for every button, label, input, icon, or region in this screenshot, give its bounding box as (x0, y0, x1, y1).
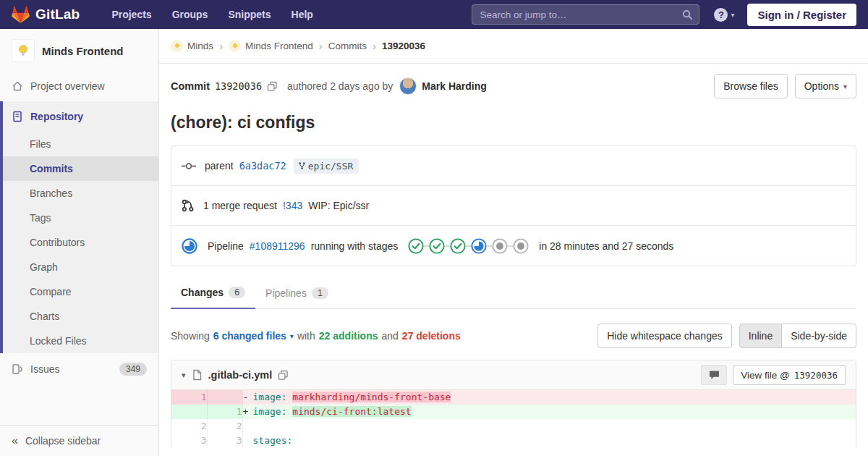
project-name: Minds Frontend (42, 45, 124, 57)
search-input[interactable] (480, 9, 682, 20)
tab-pipelines[interactable]: Pipelines 1 (255, 279, 339, 308)
gitlab-logo[interactable]: GitLab (12, 6, 80, 24)
merge-request-link[interactable]: !343 (283, 200, 302, 211)
lightbulb-avatar-icon (16, 43, 30, 58)
nav-item-snippets[interactable]: Snippets (219, 9, 279, 20)
sidebar-item-compare[interactable]: Compare (3, 279, 158, 304)
pipeline-running-icon[interactable] (182, 238, 197, 254)
side-by-side-view-button[interactable]: Side-by-side (782, 324, 856, 348)
diff-new-line-number[interactable]: 2 (207, 419, 242, 434)
sidebar-item-commits[interactable]: Commits (3, 156, 158, 181)
tab-label: Pipelines (265, 287, 307, 299)
stage-running-icon[interactable] (471, 238, 487, 254)
file-name-link[interactable]: .gitlab-ci.yml (208, 369, 273, 381)
copy-icon (278, 370, 289, 381)
diff-line-context: 2 2 (171, 419, 856, 434)
inline-view-button[interactable]: Inline (739, 324, 782, 348)
sidebar-item-repository[interactable]: Repository (3, 101, 158, 132)
gitlab-logo-text: GitLab (35, 7, 80, 22)
search-box[interactable] (472, 4, 699, 25)
file-collapse-caret-icon[interactable]: ▾ (182, 371, 186, 380)
sidebar-item-tags[interactable]: Tags (3, 206, 158, 230)
diff-new-line-number[interactable] (207, 390, 242, 405)
breadcrumb-item-commits[interactable]: Commits (328, 41, 367, 51)
breadcrumb-separator-icon: › (219, 40, 223, 52)
stage-success-icon[interactable] (429, 238, 445, 254)
pipeline-status-text: running with stages (311, 240, 399, 252)
stage-created-icon[interactable] (492, 238, 508, 254)
search-icon (682, 9, 693, 20)
project-sidebar: Minds Frontend Project overview Reposito… (0, 29, 159, 456)
copy-sha-button[interactable] (267, 81, 278, 92)
project-avatar (12, 39, 35, 62)
chevron-down-icon[interactable]: ▾ (290, 332, 294, 340)
sidebar-item-label: Project overview (30, 80, 105, 92)
collapse-sidebar-button[interactable]: « Collapse sidebar (0, 425, 158, 456)
yaml-key: stages: (253, 435, 293, 446)
breadcrumb-label: Minds (187, 41, 213, 51)
nav-item-help[interactable]: Help (283, 9, 322, 20)
stage-success-icon[interactable] (450, 238, 466, 254)
stage-success-icon[interactable] (408, 238, 424, 254)
changed-files-dropdown[interactable]: 6 changed files (213, 330, 286, 342)
sidebar-item-issues[interactable]: Issues 349 (0, 353, 158, 385)
project-context-header[interactable]: Minds Frontend (0, 29, 158, 71)
changes-count-badge: 6 (229, 287, 245, 298)
chevron-down-icon: ▾ (731, 11, 734, 19)
stage-connector (445, 245, 450, 247)
sidebar-item-project-overview[interactable]: Project overview (0, 71, 158, 101)
diff-old-line-number[interactable]: 3 (171, 434, 207, 448)
author-name-link[interactable]: Mark Harding (422, 80, 486, 92)
pipeline-id-link[interactable]: #108911296 (250, 240, 305, 252)
breadcrumb-item-minds-frontend[interactable]: Minds Frontend (229, 40, 313, 52)
sidebar-item-graph[interactable]: Graph (3, 255, 158, 279)
yaml-key: image: (253, 392, 293, 402)
parent-sha-link[interactable]: 6a3dac72 (239, 160, 286, 172)
comment-icon (709, 370, 720, 380)
showing-label: Showing (171, 330, 210, 342)
hide-whitespace-label: Hide whitespace changes (607, 330, 723, 342)
breadcrumb-item-minds[interactable]: Minds (171, 40, 213, 52)
sidebar-item-locked-files[interactable]: Locked Files (3, 329, 158, 353)
merge-request-row: 1 merge request !343 WIP: Epic/ssr (171, 186, 856, 226)
side-by-side-label: Side-by-side (791, 330, 847, 342)
breadcrumb-label: Commits (328, 41, 367, 51)
stage-created-icon[interactable] (513, 238, 529, 254)
hide-whitespace-button[interactable]: Hide whitespace changes (597, 324, 732, 348)
and-label: and (381, 330, 398, 342)
issues-count-badge: 349 (119, 363, 147, 376)
diff-old-line-number[interactable]: 2 (171, 419, 207, 434)
diff-old-line-number[interactable]: 1 (171, 390, 207, 405)
copy-file-path-button[interactable] (278, 370, 289, 381)
author-avatar[interactable] (399, 77, 417, 95)
help-dropdown[interactable]: ? ▾ (714, 8, 734, 22)
sidebar-item-branches[interactable]: Branches (3, 181, 158, 206)
breadcrumb-label: Minds Frontend (245, 41, 313, 51)
ref-badge[interactable]: epic/SSR (294, 159, 359, 174)
toggle-comments-button[interactable] (701, 365, 727, 385)
view-file-button[interactable]: View file @ 13920036 (733, 365, 846, 385)
view-file-sha: 13920036 (794, 370, 838, 381)
sidebar-item-charts[interactable]: Charts (3, 304, 158, 329)
diff-old-line-number[interactable] (171, 405, 207, 419)
nav-item-projects[interactable]: Projects (103, 9, 160, 20)
diff-table: 1 -image: markharding/minds-front-base 1… (171, 390, 856, 448)
tab-changes[interactable]: Changes 6 (171, 279, 255, 309)
sidebar-item-contributors[interactable]: Contributors (3, 230, 158, 255)
pipeline-duration: in 28 minutes and 27 seconds (539, 240, 673, 252)
branch-icon (298, 161, 306, 170)
parent-label: parent (205, 160, 234, 172)
commit-label: Commit (171, 80, 210, 92)
view-file-prefix: View file @ (741, 370, 789, 381)
diff-new-line-number[interactable]: 3 (207, 434, 242, 448)
commit-info-box: parent 6a3dac72 epic/SSR (171, 145, 856, 266)
diff-new-line-number[interactable]: 1 (207, 405, 242, 419)
lightbulb-avatar-icon (174, 43, 181, 50)
sidebar-item-files[interactable]: Files (3, 132, 158, 156)
file-actions: View file @ 13920036 (701, 365, 846, 385)
nav-item-groups[interactable]: Groups (163, 9, 217, 20)
browse-files-button[interactable]: Browse files (714, 74, 787, 98)
sign-in-register-button[interactable]: Sign in / Register (747, 4, 856, 26)
options-dropdown-button[interactable]: Options ▾ (795, 74, 856, 98)
file-diff-header: ▾ .gitlab-ci.yml (171, 360, 856, 390)
